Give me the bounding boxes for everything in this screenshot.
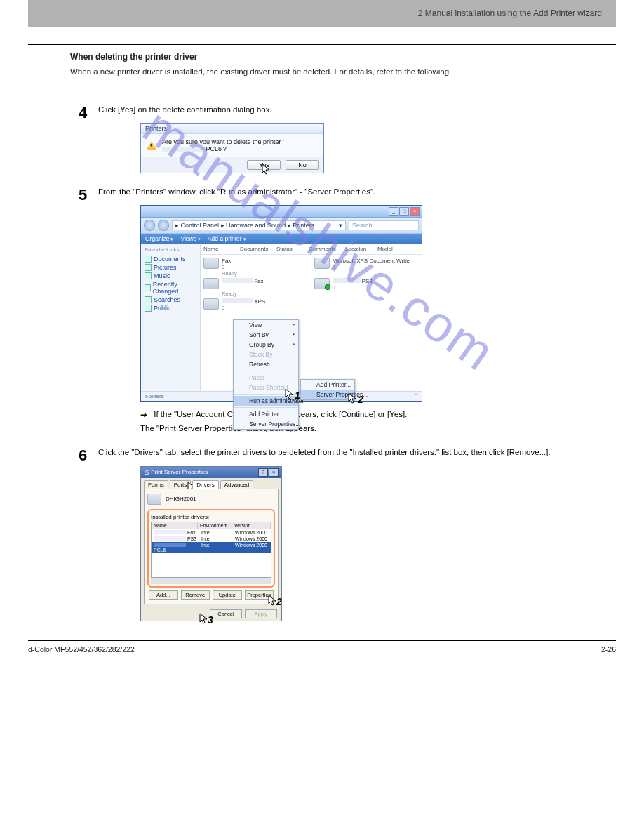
tab-forms[interactable]: Forms [144,480,168,489]
menu-paste[interactable]: Paste [234,373,298,383]
sidebar-label: Public [154,305,171,312]
toolbar-organize[interactable]: Organize [145,235,173,242]
tab-drivers[interactable]: Drivers [192,480,218,489]
printer-item-xps2[interactable]: XPS0 [203,298,309,311]
figure-explorer: _ □ × ▸ Control Panel ▸ Hardware and Sou… [140,205,616,402]
remove-button[interactable]: Remove [181,590,210,600]
redacted [333,278,361,283]
col-location: Location [345,246,377,252]
delete-driver-body: When a new printer driver is installed, … [70,66,616,78]
printers-explorer-window: _ □ × ▸ Control Panel ▸ Hardware and Sou… [140,205,422,402]
menu-addprinter[interactable]: Add Printer... [234,409,298,419]
crumb-printers: Printers [293,222,314,229]
sidebar-recent[interactable]: Recently Changed [145,280,196,296]
footer-page: 2-26 [601,645,616,654]
arrow-icon: ➔ [140,409,147,421]
menu-stackby[interactable]: Stack By [234,350,298,359]
warning-icon [147,141,156,150]
add-button[interactable]: Add... [149,590,178,600]
hostname-label: DHIGH2001 [166,496,196,502]
toolbar-views[interactable]: Views [180,235,200,242]
submenu-serverprops[interactable]: Server Properties... [301,390,354,399]
sidebar-label: Recently Changed [153,281,196,295]
sidebar-pictures[interactable]: Pictures [145,263,196,272]
figure-server-properties: 🖨 Print Server Properties ?× Forms Ports… [140,466,616,621]
maximize-button[interactable]: □ [399,207,409,216]
row-env: Intel [199,542,233,553]
sidebar: Favorite Links Documents Pictures Music … [141,244,201,391]
top-rule [28,44,616,45]
printer-item-fax2[interactable]: Fax0Ready [203,278,309,297]
printer-icon [314,278,330,289]
printer-docs: 0 [333,284,373,291]
no-button[interactable]: No [286,160,319,170]
submenu-addprinter[interactable]: Add Printer... [301,380,354,390]
row-name: PS3 [187,536,196,541]
context-submenu: Add Printer... Server Properties... [300,379,355,400]
update-button[interactable]: Update [213,590,242,600]
installed-drivers-label: Installed printer drivers: [151,514,271,520]
sidebar-music[interactable]: Music [145,272,196,280]
driver-row[interactable]: PS3IntelWindows 2000 [152,536,271,542]
window-titlebar[interactable]: _ □ × [141,206,422,218]
tab-advanced[interactable]: Advanced [220,480,254,489]
menu-serverprops[interactable]: Server Properties... [234,419,298,429]
printer-name: Fax [254,278,263,284]
psp-host-row: DHIGH2001 [147,494,275,505]
sidebar-label: Documents [154,256,186,263]
toolbar-addprinter[interactable]: Add a printer [208,235,246,242]
redacted-printer-name [162,147,204,152]
help-button[interactable]: ? [258,468,268,477]
search-input[interactable]: Search [349,220,419,230]
driver-row[interactable]: FaxIntelWindows 2000 [152,529,271,536]
mid-rule [98,91,616,91]
dialog-msg-prefix: Are you sure you want to delete the prin… [162,138,284,145]
step-4: 4 Click [Yes] on the delete confirmation… [98,104,616,116]
col-documents: Documents [240,246,276,252]
step-number: 6 [79,446,87,465]
psp-highlight-frame: Installed printer drivers: Name Environm… [147,509,275,588]
printer-item-xps[interactable]: Microsoft XPS Document Writer0 [314,258,420,277]
sidebar-public[interactable]: Public [145,304,196,312]
menu-refresh[interactable]: Refresh [234,359,298,369]
column-headers[interactable]: Name Documents Status Comments Location … [201,244,422,255]
psp-buttons: Add... Remove Update Properties [149,590,274,600]
minimize-button[interactable]: _ [389,207,398,216]
redacted [154,543,186,547]
yes-button[interactable]: Yes [247,160,281,170]
row-ver: Windows 2000 [233,542,271,553]
printer-docs: 0 [222,264,224,270]
printer-status: Ready [222,270,237,277]
menu-view[interactable]: View [234,320,298,330]
delete-confirm-dialog: Printers Are you sure you want to delete… [140,123,324,173]
chevron-up-icon[interactable]: ˄ [415,393,417,399]
redacted [154,536,186,541]
row-ver: Windows 2000 [233,529,271,536]
folders-label[interactable]: Folders [145,393,164,399]
row-name: PCL6 [154,548,166,552]
printer-item-ps3[interactable]: PS30 [314,278,420,297]
step5-note1: ➔ If the "User Account Control" window a… [140,409,616,420]
forward-button[interactable] [158,220,169,231]
close-button[interactable]: × [410,207,420,216]
driver-row-selected[interactable]: PCL6IntelWindows 2000 [152,542,271,553]
installed-drivers-list[interactable]: Name Environment Version FaxIntelWindows… [151,522,271,578]
sidebar-searches[interactable]: Searches [145,296,196,304]
cancel-button[interactable]: Cancel [210,609,242,618]
psp-titlebar[interactable]: 🖨 Print Server Properties ?× [141,467,281,478]
back-button[interactable] [144,220,155,231]
breadcrumb[interactable]: ▸ Control Panel ▸ Hardware and Sound ▸ P… [172,220,346,230]
printer-item-fax[interactable]: Fax0Ready [203,258,309,277]
psp-pane: DHIGH2001 Installed printer drivers: Nam… [144,489,279,604]
list-scrollbar[interactable] [151,578,271,584]
figure-delete-dialog: Printers Are you sure you want to delete… [140,123,616,173]
footer-product: d-Color MF552/452/362/282/222 [28,645,135,654]
close-button[interactable]: × [269,468,279,477]
apply-button[interactable]: Apply [245,609,277,618]
page-footer: d-Color MF552/452/362/282/222 2-26 [28,645,616,654]
sidebar-documents[interactable]: Documents [145,255,196,263]
menu-sortby[interactable]: Sort By [234,330,298,340]
menu-groupby[interactable]: Group By [234,340,298,350]
printer-icon [203,258,219,269]
dialog-message: Are you sure you want to delete the prin… [162,138,318,152]
